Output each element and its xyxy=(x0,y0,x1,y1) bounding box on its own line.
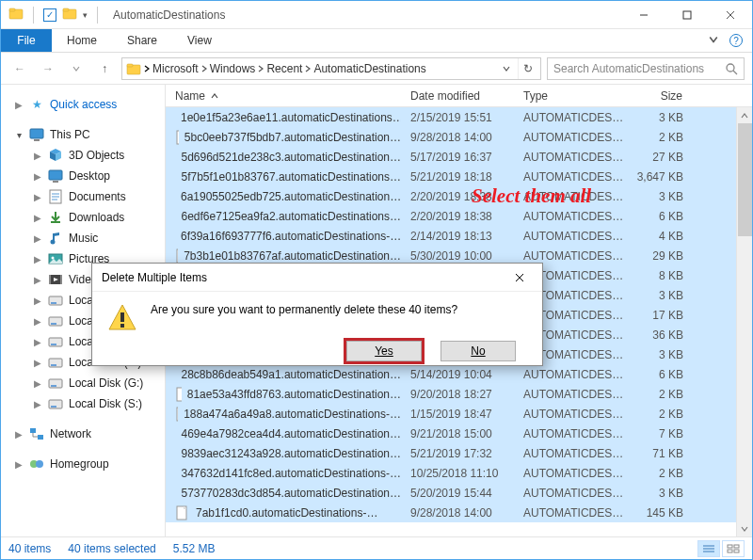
sidebar-network[interactable]: ▶ Network xyxy=(1,424,165,444)
column-name[interactable]: Name xyxy=(166,89,401,103)
disk-icon xyxy=(48,293,63,308)
nav-recent-button[interactable] xyxy=(65,57,88,80)
tab-share[interactable]: Share xyxy=(112,29,172,52)
column-size[interactable]: Size xyxy=(627,89,693,103)
status-count: 40 items xyxy=(8,542,51,555)
table-row[interactable]: 6a19055025edb725.automaticDestination…2/… xyxy=(166,186,752,206)
svg-point-12 xyxy=(51,240,56,245)
breadcrumb-segment[interactable]: Recent xyxy=(266,62,312,75)
qat-check-icon[interactable]: ✓ xyxy=(43,8,56,22)
qat-overflow-icon[interactable]: ▾ xyxy=(83,10,88,20)
table-row[interactable]: 6f39a16f693777f6.automaticDestinations-…… xyxy=(166,226,752,246)
sidebar-item[interactable]: ▶Downloads xyxy=(1,207,165,228)
scroll-thumb[interactable] xyxy=(738,123,752,236)
table-row[interactable]: 9839aec31243a928.automaticDestination…5/… xyxy=(166,443,752,463)
warning-icon xyxy=(107,303,137,333)
table-row[interactable]: 81ae53a43ffd8763.automaticDestination…9/… xyxy=(166,384,752,404)
file-icon xyxy=(175,466,176,481)
ribbon-expand-icon[interactable] xyxy=(709,34,718,47)
svg-point-21 xyxy=(36,460,43,468)
help-icon[interactable]: ? xyxy=(729,34,743,47)
minimize-button[interactable] xyxy=(622,1,665,29)
vid-icon xyxy=(48,272,63,287)
scroll-down-icon[interactable] xyxy=(737,520,752,536)
dialog-close-button[interactable] xyxy=(506,268,533,287)
scroll-up-icon[interactable] xyxy=(737,107,752,123)
sidebar-item[interactable]: ▶Music xyxy=(1,228,165,248)
monitor-icon xyxy=(29,127,44,142)
sidebar-item[interactable]: ▶3D Objects xyxy=(1,145,165,166)
qat-folder-icon[interactable] xyxy=(62,6,77,24)
svg-rect-23 xyxy=(734,545,739,548)
file-icon xyxy=(175,209,176,224)
column-type[interactable]: Type xyxy=(514,89,627,103)
sidebar-item[interactable]: ▶Local Disk (S:) xyxy=(1,393,165,414)
file-icon xyxy=(175,505,190,520)
svg-point-10 xyxy=(727,64,734,72)
nav-back-button[interactable]: ← xyxy=(8,57,31,80)
tab-file[interactable]: File xyxy=(1,29,52,52)
disk-icon xyxy=(48,396,63,411)
cube-icon xyxy=(48,148,63,163)
file-icon xyxy=(175,407,178,422)
address-dropdown-icon[interactable] xyxy=(497,58,516,79)
delete-dialog: Delete Multiple Items Are you sure you w… xyxy=(91,263,543,366)
table-row[interactable]: 6edf6e7125ea9fa2.automaticDestinations…2… xyxy=(166,206,752,226)
table-row[interactable]: 5d696d521de238c3.automaticDestination…5/… xyxy=(166,147,752,167)
app-folder-icon xyxy=(8,6,24,24)
disk-icon xyxy=(48,334,63,349)
table-row[interactable]: 7ab1f1cd0.automaticDestinations-…9/28/20… xyxy=(166,503,752,522)
doc-icon xyxy=(48,189,63,204)
star-icon: ★ xyxy=(29,97,44,112)
table-row[interactable]: 188a474a6a49a8.automaticDestinations-…1/… xyxy=(166,404,752,424)
disk-icon xyxy=(48,376,63,391)
svg-rect-25 xyxy=(734,550,739,552)
address-bar-row: ← → ↑ Microsoft Windows Recent Automatic… xyxy=(1,53,752,85)
pic-icon xyxy=(48,251,63,266)
maximize-button[interactable] xyxy=(665,1,709,29)
breadcrumb-segment[interactable]: Windows xyxy=(210,62,265,75)
view-details-button[interactable] xyxy=(697,540,720,557)
music-icon xyxy=(48,231,63,246)
sort-asc-icon xyxy=(211,92,218,100)
sidebar-this-pc[interactable]: ▾ This PC xyxy=(1,124,165,145)
table-row[interactable]: 347632d141fc8ed.automaticDestinations-…1… xyxy=(166,463,752,483)
tab-view[interactable]: View xyxy=(172,29,227,52)
file-icon xyxy=(175,248,178,264)
breadcrumb-segment[interactable]: Microsoft xyxy=(152,62,208,75)
table-row[interactable]: 5f7b5f1e01b83767.automaticDestinations…5… xyxy=(166,167,752,186)
file-icon xyxy=(175,169,176,184)
table-row[interactable]: 1e0e1f5a23e6ae11.automaticDestinations…2… xyxy=(166,107,752,127)
breadcrumb-segment[interactable]: AutomaticDestinations xyxy=(313,62,425,75)
column-date[interactable]: Date modified xyxy=(401,89,514,103)
svg-rect-18 xyxy=(30,428,36,433)
svg-rect-17 xyxy=(60,275,62,284)
sidebar-item[interactable]: ▶Documents xyxy=(1,186,165,207)
vertical-scrollbar[interactable] xyxy=(736,107,752,536)
svg-rect-19 xyxy=(38,435,43,440)
homegroup-icon xyxy=(29,456,44,472)
svg-rect-22 xyxy=(728,545,732,548)
sidebar-item[interactable]: ▶Desktop xyxy=(1,166,165,186)
dialog-yes-button[interactable]: Yes xyxy=(346,341,422,361)
title-bar: ✓ ▾ AutomaticDestinations xyxy=(1,1,752,29)
nav-up-button[interactable]: ↑ xyxy=(93,57,116,80)
sidebar-homegroup[interactable]: ▶ Homegroup xyxy=(1,454,165,474)
dialog-title: Delete Multiple Items xyxy=(102,271,207,284)
sidebar-item[interactable]: ▶Local Disk (G:) xyxy=(1,373,165,393)
table-row[interactable]: 469e4a7982cea4d4.automaticDestination…9/… xyxy=(166,424,752,443)
chevron-right-icon[interactable] xyxy=(143,65,151,72)
sidebar-quick-access[interactable]: ▶ ★ Quick access xyxy=(1,94,165,115)
table-row[interactable]: 573770283dc3d854.automaticDestination…5/… xyxy=(166,483,752,503)
dialog-message: Are you sure you want to permanently del… xyxy=(151,303,457,316)
table-row[interactable]: 5bc0eeb737f5bdb7.automaticDestination…9/… xyxy=(166,127,752,147)
address-box[interactable]: Microsoft Windows Recent AutomaticDestin… xyxy=(121,57,541,80)
close-button[interactable] xyxy=(709,1,752,29)
refresh-button[interactable]: ↻ xyxy=(518,58,537,79)
tab-home[interactable]: Home xyxy=(52,29,112,52)
nav-forward-button[interactable]: → xyxy=(37,57,59,80)
view-large-button[interactable] xyxy=(722,540,745,557)
file-icon xyxy=(175,130,179,145)
search-input[interactable]: Search AutomaticDestinations xyxy=(547,57,745,80)
dialog-no-button[interactable]: No xyxy=(441,341,516,361)
